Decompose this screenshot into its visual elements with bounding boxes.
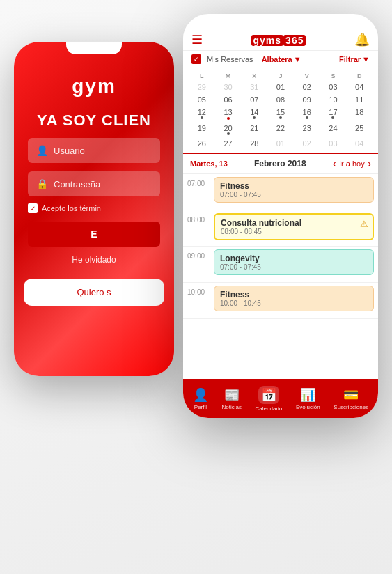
cal-cell[interactable]: 28 xyxy=(241,137,267,150)
cal-cell[interactable]: 23 xyxy=(294,122,320,137)
time-0700: 07:00 xyxy=(187,177,210,187)
reservas-checkbox[interactable]: ✓ xyxy=(191,54,201,64)
left-phone-notch xyxy=(66,42,122,54)
left-phone-logo: gym xyxy=(14,75,174,98)
day-J: J xyxy=(267,71,294,81)
filter-label-text: Filtrar xyxy=(339,55,361,63)
schedule: 07:00 Fitness 07:00 - 07:45 08:00 Consul… xyxy=(183,174,378,320)
username-field[interactable]: 👤 Usuario xyxy=(28,138,160,163)
right-phone: ☰ gyms365 🔔 ✓ Mis Reservas Albatera ▼ Fi… xyxy=(183,14,378,418)
cal-cell[interactable]: 20 xyxy=(215,122,242,137)
bottom-nav: 👤 Perfil 📰 Noticias 📅 Calendario 📊 Evolu… xyxy=(183,379,378,418)
cal-cell[interactable]: 05 xyxy=(189,93,215,106)
cal-cell[interactable]: 08 xyxy=(267,93,294,106)
location-arrow-icon: ▼ xyxy=(294,55,301,63)
next-arrow-icon[interactable]: › xyxy=(368,157,371,170)
cal-cell[interactable]: 10 xyxy=(320,93,347,106)
forgot-link[interactable]: He olvidado xyxy=(14,255,174,265)
cal-cell[interactable]: 01 xyxy=(267,81,294,93)
cal-cell[interactable]: 17 xyxy=(320,106,347,122)
cal-cell[interactable]: 12 xyxy=(189,106,215,122)
event-title: Fitness xyxy=(220,290,368,300)
cal-cell[interactable]: 11 xyxy=(346,93,373,106)
event-title: Consulta nutricional xyxy=(221,218,367,228)
cal-cell[interactable]: 06 xyxy=(215,93,242,106)
cal-cell[interactable]: 07 xyxy=(241,93,267,106)
logo-box: 365 xyxy=(283,35,306,46)
nav-calendario-label: Calendario xyxy=(256,405,283,412)
checkbox-icon: ✓ xyxy=(28,203,38,213)
cal-cell[interactable]: 25 xyxy=(346,122,373,137)
cal-cell[interactable]: 29 xyxy=(189,81,215,93)
day-V: V xyxy=(294,71,320,81)
cal-cell[interactable]: 02 xyxy=(294,137,320,150)
time-0900: 09:00 xyxy=(187,249,210,260)
enter-button[interactable]: E xyxy=(28,222,160,247)
filter-button[interactable]: Filtrar ▼ xyxy=(339,55,370,63)
bell-icon[interactable]: 🔔 xyxy=(354,32,370,47)
perfil-icon: 👤 xyxy=(193,387,208,403)
cal-cell[interactable]: 22 xyxy=(267,122,294,137)
calendario-icon: 📅 xyxy=(258,386,279,404)
cal-cell[interactable]: 03 xyxy=(320,137,347,150)
right-phone-notch xyxy=(253,14,308,26)
cal-cell[interactable]: 01 xyxy=(267,137,294,150)
event-time-range: 07:00 - 07:45 xyxy=(220,263,368,271)
event-fitness-1000[interactable]: Fitness 10:00 - 10:45 xyxy=(214,286,374,311)
username-placeholder: Usuario xyxy=(54,146,85,156)
month-year: Febrero 2018 xyxy=(254,159,306,169)
nav-perfil-label: Perfil xyxy=(194,404,207,410)
cal-week-5: 26 27 28 01 02 03 04 xyxy=(189,137,373,150)
event-longevity-0900[interactable]: Longevity 07:00 - 07:45 xyxy=(214,249,374,275)
cal-cell[interactable]: 31 xyxy=(241,81,267,93)
cal-cell[interactable]: 15 xyxy=(267,106,294,122)
event-time-range: 07:00 - 07:45 xyxy=(220,191,368,199)
nav-noticias[interactable]: 📰 Noticias xyxy=(221,387,241,410)
nav-calendario[interactable]: 📅 Calendario xyxy=(256,386,283,412)
cal-cell[interactable]: 18 xyxy=(346,106,373,122)
cal-cell[interactable]: 30 xyxy=(215,81,242,93)
prev-arrow-icon[interactable]: ‹ xyxy=(333,157,336,170)
today-button[interactable]: Ir a hoy xyxy=(339,160,365,168)
schedule-row-0900: 09:00 Longevity 07:00 - 07:45 xyxy=(183,247,378,283)
day-X: X xyxy=(241,71,267,81)
cal-cell[interactable]: 04 xyxy=(346,81,373,93)
left-phone-title: YA SOY CLIEN xyxy=(14,111,174,130)
cal-cell[interactable]: 14 xyxy=(241,106,267,122)
password-field[interactable]: 🔒 Contraseña xyxy=(28,171,160,196)
cal-cell[interactable]: 09 xyxy=(294,93,320,106)
day-M: M xyxy=(215,71,242,81)
nav-noticias-label: Noticias xyxy=(221,404,241,410)
want-button[interactable]: Quiero s xyxy=(24,279,164,306)
app-logo: gyms365 xyxy=(251,33,306,47)
nav-evolucion[interactable]: 📊 Evolución xyxy=(296,387,320,410)
cal-cell[interactable]: 16 xyxy=(294,106,320,122)
location-text: Albatera xyxy=(262,55,292,63)
terms-text: Acepto los términ xyxy=(42,204,101,212)
cal-cell-today[interactable]: 13 xyxy=(215,106,242,122)
nav-perfil[interactable]: 👤 Perfil xyxy=(193,387,208,410)
menu-icon[interactable]: ☰ xyxy=(191,32,203,47)
cal-cell[interactable]: 21 xyxy=(241,122,267,137)
left-phone: gym YA SOY CLIEN 👤 Usuario 🔒 Contraseña … xyxy=(14,42,174,376)
user-icon: 👤 xyxy=(36,145,48,156)
cal-cell[interactable]: 26 xyxy=(189,137,215,150)
nav-suscripciones[interactable]: 💳 Suscripciones xyxy=(334,387,368,410)
event-time-range: 10:00 - 10:45 xyxy=(220,300,368,307)
terms-checkbox[interactable]: ✓ Acepto los términ xyxy=(28,203,160,213)
cal-cell[interactable]: 03 xyxy=(320,81,347,93)
cal-cell[interactable]: 04 xyxy=(346,137,373,150)
time-0800: 08:00 xyxy=(187,213,210,224)
cal-cell[interactable]: 02 xyxy=(294,81,320,93)
location-filter[interactable]: Albatera ▼ xyxy=(262,55,301,63)
cal-cell[interactable]: 27 xyxy=(215,137,242,150)
nav-suscripciones-label: Suscripciones xyxy=(334,404,368,410)
event-consulta-0800[interactable]: Consulta nutricional 08:00 - 08:45 ⚠ xyxy=(214,213,374,240)
cal-cell[interactable]: 24 xyxy=(320,122,347,137)
day-L: L xyxy=(189,71,215,81)
time-1000: 10:00 xyxy=(187,286,210,296)
filter-bar: ✓ Mis Reservas Albatera ▼ Filtrar ▼ xyxy=(183,51,378,68)
reservas-label: Mis Reservas xyxy=(207,55,253,63)
cal-cell[interactable]: 19 xyxy=(189,122,215,137)
event-fitness-0700[interactable]: Fitness 07:00 - 07:45 xyxy=(214,177,374,203)
